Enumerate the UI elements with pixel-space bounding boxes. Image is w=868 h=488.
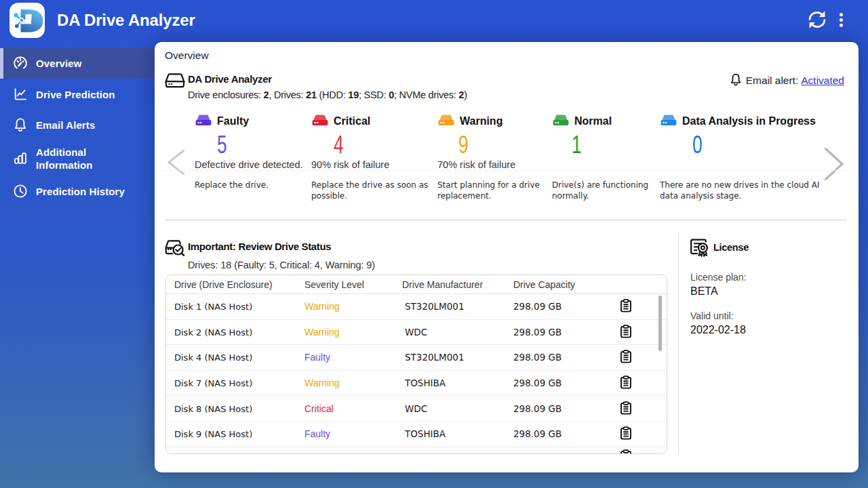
cell-severity: Warning xyxy=(304,327,340,338)
clock-icon xyxy=(13,184,28,199)
drive-check-icon xyxy=(165,240,185,260)
cell-severity: Faulty xyxy=(304,428,330,439)
table-row[interactable]: Disk 7 (NAS Host) Warning TOSHIBA 298.09… xyxy=(166,371,667,396)
status-card-title: Faulty xyxy=(217,115,249,127)
col-header-drive: Drive (Drive Enclosure) xyxy=(174,279,273,290)
status-card-advice: Replace the drive. xyxy=(195,180,307,191)
sidebar-item-label: Additional Information xyxy=(36,146,125,171)
sidebar-item-prediction-history[interactable]: Prediction History xyxy=(0,176,155,207)
cell-manufacturer: TOSHIBA xyxy=(405,378,446,388)
cell-drive: Disk 2 (NAS Host) xyxy=(174,327,252,337)
drive-status-icon xyxy=(195,114,212,129)
gauge-icon xyxy=(13,56,28,71)
cell-drive: Disk 8 (NAS Host) xyxy=(174,403,252,413)
table-scrollbar-thumb[interactable] xyxy=(658,296,662,351)
carousel-next-button[interactable] xyxy=(823,147,845,184)
status-card-advice: Replace the drive as soon as possible. xyxy=(311,180,432,202)
cell-severity: Warning xyxy=(304,378,340,388)
cell-severity: Critical xyxy=(304,403,334,414)
cell-manufacturer: TOSHIBA xyxy=(405,428,446,439)
status-card: Data Analysis in Progress 0 There are no… xyxy=(660,114,823,202)
clipboard-icon[interactable] xyxy=(620,401,632,415)
clipboard-icon[interactable] xyxy=(620,299,632,312)
status-card-advice: Start planning for a drive replacement. xyxy=(437,180,542,202)
clipboard-icon[interactable] xyxy=(620,350,632,363)
cell-severity: Warning xyxy=(304,301,340,312)
status-card-title: Critical xyxy=(334,115,370,127)
sidebar-item-overview[interactable]: Overview xyxy=(0,48,155,79)
email-alert-status-link[interactable]: Activated xyxy=(801,75,844,87)
sidebar-item-label: Overview xyxy=(36,57,125,70)
app-title: DA Drive Analyzer xyxy=(57,11,195,30)
table-row[interactable]: Disk 8 (NAS Host) Critical WDC 298.09 GB xyxy=(166,396,667,422)
status-card-title: Data Analysis in Progress xyxy=(682,115,816,127)
cell-drive: Disk 9 (NAS Host) xyxy=(174,429,252,439)
cell-manufacturer: WDC xyxy=(405,403,427,414)
drive-status-icon xyxy=(660,114,677,129)
cell-drive: Disk 7 (NAS Host) xyxy=(174,378,252,388)
cell-capacity: 298.09 GB xyxy=(513,403,561,414)
drive-status-icon xyxy=(437,114,455,129)
important-subtitle: Drives: 18 (Faulty: 5, Critical: 4, Warn… xyxy=(188,260,375,270)
status-card-count: 5 xyxy=(195,134,307,156)
section-divider xyxy=(165,220,846,220)
drive-table-header: Drive (Drive Enclosure) Severity Level D… xyxy=(166,275,667,294)
refresh-button[interactable] xyxy=(806,9,829,32)
email-alert-label: Email alert: xyxy=(746,75,799,87)
chevron-right-icon xyxy=(826,149,843,180)
trend-icon xyxy=(13,87,28,102)
cell-capacity: 298.09 GB xyxy=(513,301,561,312)
sidebar-item-drive-prediction[interactable]: Drive Prediction xyxy=(0,79,155,110)
status-card: Normal 1 Drive(s) are functioning normal… xyxy=(552,114,651,202)
cell-manufacturer: WDC xyxy=(405,327,427,338)
table-row[interactable]: Disk 1 (NAS Host) Warning ST320LM001 298… xyxy=(166,294,667,320)
carousel-prev-button[interactable] xyxy=(166,149,185,179)
bar-chart-icon xyxy=(13,150,28,166)
clipboard-icon[interactable] xyxy=(620,426,632,440)
table-row[interactable] xyxy=(166,447,667,454)
status-card: Critical 4 90% risk of failure Replace t… xyxy=(311,114,432,202)
bell-icon xyxy=(730,73,741,89)
table-row[interactable]: Disk 9 (NAS Host) Faulty TOSHIBA 298.09 … xyxy=(166,422,667,447)
cell-drive: Disk 4 (NAS Host) xyxy=(174,352,252,363)
status-card-advice: There are no new drives in the cloud AI … xyxy=(660,180,823,202)
sidebar-item-label: Drive Prediction xyxy=(36,88,125,101)
cell-manufacturer: ST320LM001 xyxy=(405,301,465,312)
drive-enclosure-icon xyxy=(165,73,185,92)
drive-summary-info: Drive enclosures: 2, Drives: 21 (HDD: 19… xyxy=(188,89,467,100)
status-card-title: Normal xyxy=(574,115,612,127)
main-panel: Overview DA Drive Analyzer Drive enclosu… xyxy=(155,42,859,472)
status-card-risk xyxy=(552,159,651,170)
license-title: License xyxy=(713,242,749,253)
status-card-count: 0 xyxy=(660,134,823,156)
clipboard-icon[interactable] xyxy=(620,449,632,454)
col-header-capacity: Drive Capacity xyxy=(513,279,575,290)
sidebar-item-email-alerts[interactable]: Email Alerts xyxy=(0,110,155,140)
drive-status-icon xyxy=(552,114,570,129)
clipboard-icon[interactable] xyxy=(620,325,632,338)
sidebar-item-label: Prediction History xyxy=(36,185,125,198)
status-card: Faulty 5 Defective drive detected. Repla… xyxy=(195,114,307,190)
status-card-count: 1 xyxy=(552,134,651,156)
cell-capacity: 298.09 GB xyxy=(513,327,561,338)
cell-capacity: 298.09 GB xyxy=(513,378,561,388)
cell-severity: Faulty xyxy=(304,352,330,363)
status-card-risk: Defective drive detected. xyxy=(195,159,307,170)
clipboard-icon[interactable] xyxy=(620,375,632,389)
table-row[interactable]: Disk 2 (NAS Host) Warning WDC 298.09 GB xyxy=(166,320,667,346)
drive-table: Drive (Drive Enclosure) Severity Level D… xyxy=(165,274,667,454)
sidebar-item-label: Email Alerts xyxy=(36,119,125,131)
cell-manufacturer: ST320LM001 xyxy=(405,352,465,363)
drive-status-icon xyxy=(311,114,329,129)
col-header-manufacturer: Drive Manufacturer xyxy=(402,279,483,290)
cell-capacity: 298.09 GB xyxy=(513,352,561,363)
sidebar-item-additional-information[interactable]: Additional Information xyxy=(0,140,155,176)
status-card-count: 9 xyxy=(437,134,542,156)
da-logo-icon xyxy=(9,3,45,38)
license-valid-label: Valid until: xyxy=(690,310,734,321)
table-row[interactable]: Disk 4 (NAS Host) Faulty ST320LM001 298.… xyxy=(166,345,667,371)
status-card-title: Warning xyxy=(460,115,502,127)
license-plan-value: BETA xyxy=(690,285,718,298)
license-plan-label: License plan: xyxy=(690,272,747,283)
more-menu-button[interactable] xyxy=(833,9,856,32)
